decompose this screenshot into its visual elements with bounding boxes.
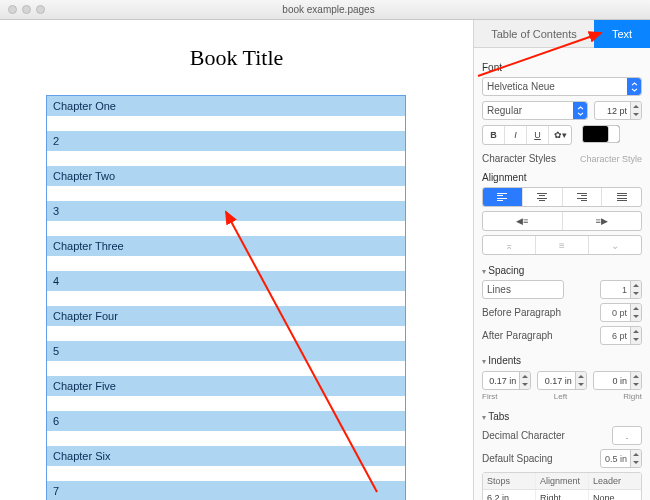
tab-stops-table[interactable]: Stops Alignment Leader 6.2 in Right None bbox=[482, 472, 642, 500]
increase-indent-button[interactable]: ≡▶ bbox=[563, 212, 642, 230]
toc-entry[interactable]: Chapter Three bbox=[47, 236, 405, 271]
stepper-icon[interactable] bbox=[630, 102, 641, 119]
gear-icon: ✿▾ bbox=[554, 130, 567, 140]
toc-entry[interactable]: 3 bbox=[47, 201, 405, 236]
minimize-window-button[interactable] bbox=[22, 5, 31, 14]
line-spacing-input[interactable]: 1 bbox=[600, 280, 642, 299]
dropdown-stepper-icon bbox=[627, 78, 641, 95]
decrease-indent-button[interactable]: ◀≡ bbox=[483, 212, 563, 230]
window-title: book example.pages bbox=[45, 4, 612, 15]
indents-section[interactable]: Indents bbox=[482, 355, 642, 366]
toc-entry[interactable]: 6 bbox=[47, 411, 405, 446]
indent-icon: ≡▶ bbox=[596, 216, 608, 226]
toc-entry[interactable]: Chapter Four bbox=[47, 306, 405, 341]
stepper-icon[interactable] bbox=[630, 304, 641, 321]
valign-top-button[interactable]: ⌅ bbox=[483, 236, 536, 254]
close-window-button[interactable] bbox=[8, 5, 17, 14]
valign-middle-icon: ≡ bbox=[559, 240, 565, 251]
text-options-button[interactable]: ✿▾ bbox=[549, 126, 571, 144]
tab-stop-row[interactable]: 6.2 in Right None bbox=[483, 490, 641, 500]
align-justify-icon bbox=[617, 193, 627, 201]
text-color-swatch[interactable] bbox=[582, 125, 620, 143]
character-styles-label: Character Styles bbox=[482, 153, 556, 164]
tab-text[interactable]: Text bbox=[594, 20, 650, 48]
document-canvas[interactable]: Book Title Chapter One2Chapter Two3Chapt… bbox=[0, 20, 473, 500]
indent-right-input[interactable]: 0 in bbox=[593, 371, 642, 390]
stepper-icon[interactable] bbox=[630, 281, 641, 298]
indent-first-input[interactable]: 0.17 in bbox=[482, 371, 531, 390]
inspector-tabs: Table of Contents Text bbox=[474, 20, 650, 48]
indent-buttons: ◀≡ ≡▶ bbox=[482, 211, 642, 231]
tabs-section[interactable]: Tabs bbox=[482, 411, 642, 422]
dropdown-stepper-icon bbox=[573, 102, 587, 119]
document-title[interactable]: Book Title bbox=[46, 45, 427, 71]
stepper-icon[interactable] bbox=[519, 372, 530, 389]
window-controls[interactable] bbox=[8, 5, 45, 14]
font-section-label: Font bbox=[482, 62, 642, 73]
decimal-char-input[interactable]: . bbox=[612, 426, 642, 445]
spacing-section[interactable]: Spacing bbox=[482, 265, 642, 276]
toc-entry[interactable]: Chapter Five bbox=[47, 376, 405, 411]
stepper-icon[interactable] bbox=[630, 372, 641, 389]
font-size-input[interactable]: 12 pt bbox=[594, 101, 642, 120]
toc-entry[interactable]: Chapter One bbox=[47, 96, 405, 131]
valign-middle-button[interactable]: ≡ bbox=[536, 236, 589, 254]
indent-left-input[interactable]: 0.17 in bbox=[537, 371, 586, 390]
align-center-button[interactable] bbox=[523, 188, 563, 206]
align-justify-button[interactable] bbox=[602, 188, 641, 206]
toc-entry[interactable]: Chapter Two bbox=[47, 166, 405, 201]
font-family-value: Helvetica Neue bbox=[487, 81, 555, 92]
vertical-alignment-bar: ⌅ ≡ ⌄ bbox=[482, 235, 642, 255]
valign-top-icon: ⌅ bbox=[505, 240, 513, 251]
zoom-window-button[interactable] bbox=[36, 5, 45, 14]
format-inspector: Table of Contents Text Font Helvetica Ne… bbox=[473, 20, 650, 500]
toc-entry[interactable]: 7 bbox=[47, 481, 405, 500]
outdent-icon: ◀≡ bbox=[516, 216, 528, 226]
table-of-contents-block[interactable]: Chapter One2Chapter Two3Chapter Three4Ch… bbox=[46, 95, 406, 500]
tab-table-of-contents[interactable]: Table of Contents bbox=[474, 20, 594, 48]
align-left-button[interactable] bbox=[483, 188, 523, 206]
horizontal-alignment-bar bbox=[482, 187, 642, 207]
valign-bottom-button[interactable]: ⌄ bbox=[589, 236, 641, 254]
window-titlebar: book example.pages bbox=[0, 0, 650, 20]
font-style-value: Regular bbox=[487, 105, 522, 116]
stepper-icon[interactable] bbox=[630, 450, 641, 467]
after-paragraph-label: After Paragraph bbox=[482, 330, 553, 341]
underline-button[interactable]: U bbox=[527, 126, 549, 144]
font-style-select[interactable]: Regular bbox=[482, 101, 588, 120]
after-paragraph-input[interactable]: 6 pt bbox=[600, 326, 642, 345]
toc-entry[interactable]: Chapter Six bbox=[47, 446, 405, 481]
valign-bottom-icon: ⌄ bbox=[611, 240, 619, 251]
line-spacing-select[interactable]: Lines bbox=[482, 280, 564, 299]
alignment-label: Alignment bbox=[482, 172, 642, 183]
toc-entry[interactable]: 5 bbox=[47, 341, 405, 376]
align-right-button[interactable] bbox=[563, 188, 603, 206]
default-spacing-label: Default Spacing bbox=[482, 453, 553, 464]
character-style-select[interactable]: Character Style bbox=[580, 154, 642, 164]
stepper-icon[interactable] bbox=[630, 327, 641, 344]
align-center-icon bbox=[537, 193, 547, 201]
font-family-select[interactable]: Helvetica Neue bbox=[482, 77, 642, 96]
bold-button[interactable]: B bbox=[483, 126, 505, 144]
italic-button[interactable]: I bbox=[505, 126, 527, 144]
before-paragraph-input[interactable]: 0 pt bbox=[600, 303, 642, 322]
align-left-icon bbox=[497, 193, 507, 201]
toc-entry[interactable]: 2 bbox=[47, 131, 405, 166]
before-paragraph-label: Before Paragraph bbox=[482, 307, 561, 318]
font-size-value: 12 pt bbox=[607, 106, 627, 116]
toc-entry[interactable]: 4 bbox=[47, 271, 405, 306]
font-style-buttons: B I U ✿▾ bbox=[482, 125, 572, 145]
align-right-icon bbox=[577, 193, 587, 201]
decimal-char-label: Decimal Character bbox=[482, 430, 565, 441]
stepper-icon[interactable] bbox=[575, 372, 586, 389]
default-spacing-input[interactable]: 0.5 in bbox=[600, 449, 642, 468]
